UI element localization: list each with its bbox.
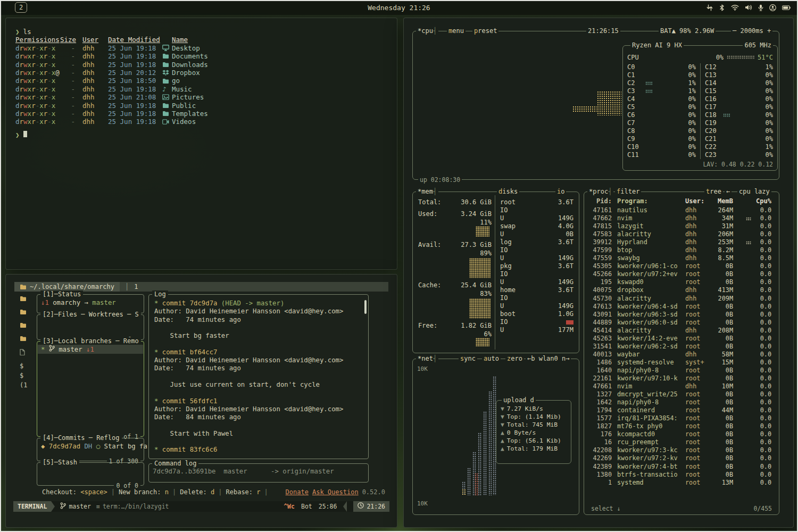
process-row[interactable]: 45730alacrittydhh209M0.0	[588, 295, 776, 303]
commit-row[interactable]: ◆ 7dc9d7ad DH ○ Start bg fa	[41, 443, 147, 450]
net-stat-line: ▲0 Byte/s	[501, 429, 568, 437]
log-commit-line[interactable]: * commit 56fdfc1	[154, 397, 362, 405]
process-user: root	[685, 398, 711, 406]
zero-button[interactable]: zero	[505, 355, 524, 362]
process-row[interactable]: 45266kworker/u97:2+evroot0B0.0	[588, 270, 776, 278]
file-row: drwxr-xr-x-dhh25 Jun 19:18Desktop	[15, 44, 392, 52]
lazygit-branches-panel[interactable]: [3]─Local branches ─ Remo * master ↓1 1 …	[37, 341, 144, 437]
process-row[interactable]: 45414alacrittydhh208M0.0	[588, 327, 776, 335]
process-row[interactable]: 1794containerdroot44M0.0	[588, 406, 776, 414]
process-row[interactable]: 40013waybardhh58M0.0	[588, 351, 776, 359]
process-row[interactable]: 1327dmcrypt_write/25root0B0.0	[588, 390, 776, 398]
disks-toggle[interactable]: disks	[497, 188, 519, 195]
process-row[interactable]: 22161kworker/u97:10-kroot0B0.0	[588, 375, 776, 383]
process-row[interactable]: 47583alacrittydhh206M0.0	[588, 230, 776, 238]
ask-question-link[interactable]: Ask Question	[312, 488, 359, 496]
tab-number[interactable]: 1	[134, 283, 138, 290]
process-row[interactable]: 43091kworker/u96:3-sdroot0B0.0	[588, 311, 776, 319]
log-commit-line[interactable]: * commit 7dc9d7a (HEAD -> master)	[154, 300, 362, 307]
help-newbranch[interactable]: New branch: n	[119, 488, 169, 496]
core-label: C20	[705, 127, 723, 135]
lazygit-files-panel[interactable]: [2]─Files ─ Worktrees ─ S 0 of 0	[37, 314, 144, 340]
net-stats-title[interactable]: upload d	[502, 396, 536, 404]
program-header[interactable]: Program:	[617, 197, 685, 205]
process-row[interactable]: 47161nautilusdhh264M0.0	[588, 206, 776, 214]
mem-header[interactable]: MemB	[711, 197, 733, 205]
process-row[interactable]: 42269kworker/u97:2-kvroot0B0.0	[588, 454, 776, 462]
process-row[interactable]: 1642napi/phy0-8root0B0.0	[588, 398, 776, 406]
refresh-interval-control[interactable]: ─ 2000ms +	[731, 27, 772, 35]
process-row[interactable]: 1380btrfs-transactioroot0B0.0	[588, 471, 776, 479]
cpu-box-title[interactable]: *cpu┤	[416, 27, 438, 35]
bluetooth-icon[interactable]	[719, 4, 725, 11]
process-row[interactable]: 44889kworker/u96:0-sdroot0B0.0	[588, 319, 776, 327]
process-table-header[interactable]: Pid: Program: User: MemB Cpu%	[588, 197, 776, 205]
process-row[interactable]: 47599btopdhh8.2M0.0	[588, 246, 776, 254]
process-row[interactable]: 195kswapd0root0B0.0	[588, 278, 776, 286]
process-row[interactable]: 1827mt76-tx phy0root0B0.0	[588, 422, 776, 430]
lazygit-stash-panel[interactable]: [5]─Stash 0 of 0	[37, 462, 144, 486]
process-row[interactable]: 16rcu_preemptroot0B0.0	[588, 438, 776, 446]
process-name: kworker/u97:3-kc	[617, 446, 685, 454]
process-row[interactable]: 1486systemd-resolvesyst+15M0.0	[588, 359, 776, 367]
volume-icon[interactable]	[745, 4, 752, 11]
file-size: -	[60, 93, 75, 101]
process-row[interactable]: 47815lazygitdhh31M0.0	[588, 222, 776, 230]
process-row[interactable]: 40075dropboxdhh413M0.0	[588, 286, 776, 294]
process-row[interactable]: 39912Hyprlanddhh253M0.0	[588, 238, 776, 246]
commit-bullet: *	[154, 300, 162, 307]
net-stat-value: Total: 179 MiB	[507, 445, 558, 453]
wifi-icon[interactable]	[731, 4, 739, 11]
donate-link[interactable]: Donate	[286, 488, 309, 496]
mem-box-title[interactable]: *mem┤	[416, 188, 438, 195]
account-icon[interactable]	[769, 4, 776, 11]
sync-button[interactable]: sync	[459, 355, 477, 362]
preset-button[interactable]: preset	[472, 27, 498, 35]
process-row[interactable]: 47559swaybgdhh8.5M0.0	[588, 254, 776, 262]
net-box-title[interactable]: *net┤	[416, 355, 438, 362]
user-header[interactable]: User:	[685, 197, 711, 205]
updates-icon[interactable]	[706, 4, 713, 11]
sort-mode[interactable]: cpu lazy	[737, 188, 771, 195]
process-row[interactable]: 1systemdroot13M0.0	[588, 479, 776, 487]
filter-button[interactable]: filter	[615, 188, 641, 195]
process-graph	[733, 319, 753, 327]
proc-box-title[interactable]: *proc┤	[587, 188, 613, 195]
log-commit-line[interactable]: * commit 83fc6c6	[154, 446, 362, 454]
process-row[interactable]: 1640napi/phy0-8root0B0.0	[588, 367, 776, 375]
process-row[interactable]: 42208kworker/u97:3-kcroot0B0.0	[588, 446, 776, 454]
process-row[interactable]: 1577irq/81-PIXA3854:root0B0.0	[588, 414, 776, 422]
process-row[interactable]: 47661nvimdhh10M0.0	[588, 383, 776, 390]
help-delete[interactable]: Delete: d	[180, 488, 214, 496]
menu-button[interactable]: menu	[447, 27, 466, 35]
mic-icon[interactable]	[758, 4, 763, 11]
scrollbar-thumb[interactable]	[364, 300, 367, 314]
process-row[interactable]: 45305kworker/u96:1-coroot0B0.0	[588, 262, 776, 270]
lazygit-log-panel[interactable]: Log * commit 7dc9d7a (HEAD -> master)Aut…	[148, 294, 369, 459]
cpu-header[interactable]: Cpu%	[753, 197, 771, 205]
process-pid: 1640	[588, 367, 612, 375]
auto-button[interactable]: auto	[482, 355, 501, 362]
back-button[interactable]: ←	[725, 188, 732, 195]
interface-switcher[interactable]: ←b wlan0 n→	[526, 355, 571, 362]
process-graph	[733, 446, 753, 454]
battery-icon[interactable]	[782, 5, 791, 10]
io-toggle[interactable]: io	[555, 188, 566, 195]
git-branch-segment[interactable]: master	[60, 502, 91, 511]
pid-header[interactable]: Pid:	[588, 197, 612, 205]
process-row[interactable]: 176kcompactd0root0B0.0	[588, 430, 776, 438]
lazygit-commits-panel[interactable]: [4]─Commits ─ Reflog ◆ 7dc9d7ad DH ○ Sta…	[37, 438, 144, 461]
process-row[interactable]: 45263kworker/14:2-everoot0B0.0	[588, 335, 776, 343]
tree-toggle[interactable]: tree	[704, 188, 723, 195]
selector-hint[interactable]: select ↓	[589, 505, 622, 512]
help-rebase[interactable]: Rebase: r	[226, 488, 261, 496]
process-row[interactable]: 47613kworker/u96:4-sdroot0B0.0	[588, 303, 776, 311]
log-commit-line[interactable]: * commit bf64cc7	[154, 348, 362, 356]
selected-branch-row[interactable]: * master ↓1	[38, 345, 143, 354]
process-graph	[733, 327, 753, 335]
help-checkout[interactable]: Checkout: <space>	[42, 488, 107, 496]
process-row[interactable]: 31541kworker/u96:2-sdroot0B0.0	[588, 343, 776, 351]
process-row[interactable]: 42389kworker/u97:4-btroot0B0.0	[588, 463, 776, 471]
process-row[interactable]: 47662nvimdhh34M0.0	[588, 214, 776, 222]
shell-prompt-line[interactable]: ❯	[15, 131, 392, 139]
